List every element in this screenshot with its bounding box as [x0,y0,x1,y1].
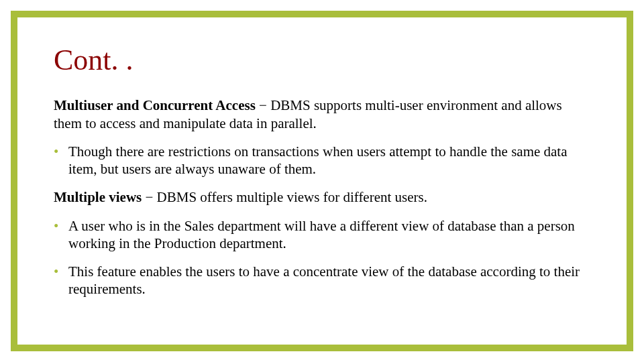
bullet-text: Though there are restrictions on transac… [68,143,568,177]
section-1-bullets: Though there are restrictions on transac… [54,143,590,178]
section-2-heading: Multiple views [54,189,142,205]
section-1-heading: Multiuser and Concurrent Access [54,97,256,113]
list-item: This feature enables the users to have a… [54,263,590,298]
section-1-intro: Multiuser and Concurrent Access − DBMS s… [54,97,590,132]
list-item: A user who is in the Sales department wi… [54,217,590,253]
section-2-bullets: A user who is in the Sales department wi… [54,217,590,298]
slide-title: Cont. . [54,44,590,76]
bullet-text: A user who is in the Sales department wi… [68,218,575,251]
bullet-text: This feature enables the users to have a… [68,263,580,297]
section-2-intro: Multiple views − DBMS offers multiple vi… [54,188,590,206]
slide-frame: Cont. . Multiuser and Concurrent Access … [11,11,633,351]
section-2-intro-text: − DBMS offers multiple views for differe… [142,189,427,205]
list-item: Though there are restrictions on transac… [54,143,590,178]
